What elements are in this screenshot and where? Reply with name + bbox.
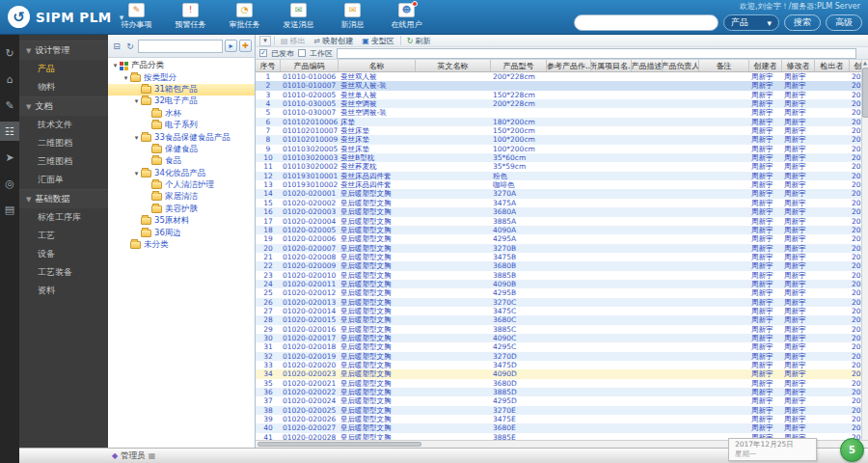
table-row[interactable]: 2201020-020009皇后暖塑型文胸3680B周新宇周新宇2017-1 <box>256 261 861 270</box>
cell-name[interactable]: 蚕丝床垫 <box>339 135 416 144</box>
tree-caret-icon[interactable]: ▾ <box>132 134 141 142</box>
cell-name[interactable]: 皇后暖塑型文胸 <box>339 217 416 226</box>
cell-modifier[interactable]: 周新宇 <box>782 315 815 324</box>
tree-node[interactable]: ▾按类型分 <box>108 71 255 83</box>
cell-modifier[interactable]: 周新宇 <box>782 226 815 234</box>
tree-node[interactable]: 电子系列 <box>108 120 255 131</box>
cell-name[interactable]: 皇后暖塑型文胸 <box>339 315 416 324</box>
table-row[interactable]: 2401020-020011皇后暖塑型文胸4090B周新宇周新宇2017-1 <box>256 280 861 288</box>
table-row[interactable]: 3401020-020023皇后暖塑型文胸4090D周新宇周新宇2017-1 <box>256 369 861 378</box>
horizontal-scrollbar-thumb[interactable] <box>258 442 421 447</box>
table-row[interactable]: 4001020-020027皇后暖塑型文胸3680E周新宇周新宇2017-1 <box>256 423 861 432</box>
column-header-n[interactable]: 序号 <box>256 60 281 71</box>
tree-node[interactable]: ▾32电子产品 <box>108 95 255 107</box>
tree-add-button[interactable]: ✚ <box>239 40 252 52</box>
table-row[interactable]: 8010102010009蚕丝床垫100*200cm周新宇周新宇2017-1 <box>256 135 861 144</box>
cell-creator[interactable]: 周新宇 <box>749 126 782 135</box>
table-filter-input[interactable] <box>337 48 856 59</box>
移出-button[interactable]: ▤移出 <box>278 35 309 46</box>
cell-name[interactable]: 蚕丝空调被-装 <box>339 108 416 117</box>
cell-creator[interactable]: 周新宇 <box>749 145 782 153</box>
column-header-ref[interactable]: 参考产品作.. <box>547 60 591 71</box>
topnav-item[interactable]: !预警任务 <box>168 3 213 30</box>
menu-section-header[interactable]: ▼文档 <box>19 96 108 116</box>
cell-modifier[interactable]: 周新宇 <box>782 406 815 415</box>
cell-creator[interactable]: 周新宇 <box>749 298 782 307</box>
table-row[interactable]: 2701020-020014皇后暖塑型文胸3475C周新宇周新宇2017-1 <box>256 307 861 315</box>
table-row[interactable]: 1601020-020003皇后暖塑型文胸3680A周新宇周新宇2017-1 <box>256 207 861 216</box>
tree-node[interactable]: ▾产品分类 <box>108 60 255 71</box>
tree-caret-icon[interactable]: ▾ <box>122 74 130 82</box>
cell-name[interactable]: 皇后暖塑型文胸 <box>339 280 416 288</box>
cell-name[interactable]: 皇后暖塑型文胸 <box>339 433 416 440</box>
cell-creator[interactable]: 周新宇 <box>749 217 782 226</box>
table-row[interactable]: 2901020-020016皇后暖塑型文胸3885C周新宇周新宇2017-1 <box>256 325 861 334</box>
search-category-select[interactable]: 产品 ▾ <box>723 14 779 31</box>
table-row[interactable]: 1401020-020001皇后暖塑型文胸3270A周新宇周新宇2017-1 <box>256 189 861 198</box>
cell-modifier[interactable]: 周新宇 <box>782 342 815 351</box>
book-icon[interactable]: ▤ <box>0 200 19 219</box>
cell-name[interactable]: 蚕丝空调被 <box>339 99 416 108</box>
send-icon[interactable]: ➤ <box>0 148 19 167</box>
cell-name[interactable]: 蚕丝双人被-装 <box>339 81 416 90</box>
cell-modifier[interactable]: 周新宇 <box>782 108 815 117</box>
table-row[interactable]: 1801020-020005皇后暖塑型文胸4090A周新宇周新宇2017-1 <box>256 226 861 234</box>
table-row[interactable]: 101010-010006蚕丝双人被200*228cm周新宇周新宇2017-1 <box>256 72 861 81</box>
column-header-modifier[interactable]: 修改者 <box>782 60 815 71</box>
cell-modifier[interactable]: 周新宇 <box>782 253 815 261</box>
映射创建-button[interactable]: ⇄映射创建 <box>312 35 357 46</box>
table-row[interactable]: 6010102010006床垫180*200cm周新宇周新宇2017-1 <box>256 118 861 126</box>
cell-modifier[interactable]: 周新宇 <box>782 118 815 126</box>
tree-node[interactable]: 美容护肤 <box>108 204 255 215</box>
cell-modifier[interactable]: 周新宇 <box>782 261 815 270</box>
cell-modifier[interactable]: 周新宇 <box>782 135 815 144</box>
cell-name[interactable]: 皇后暖塑型文胸 <box>339 342 416 351</box>
column-header-desc[interactable]: 产品描述 <box>632 60 663 71</box>
cell-name[interactable]: 皇后暖塑型文胸 <box>339 325 416 334</box>
cell-modifier[interactable]: 周新宇 <box>782 126 815 135</box>
cell-modifier[interactable]: 周新宇 <box>782 217 815 226</box>
cell-creator[interactable]: 周新宇 <box>749 415 782 423</box>
cell-modifier[interactable]: 周新宇 <box>782 288 815 297</box>
table-row[interactable]: 3901020-020026皇后暖塑型文胸3475E周新宇周新宇2017-1 <box>256 415 861 423</box>
cell-modifier[interactable]: 周新宇 <box>782 180 815 189</box>
column-header-checkout[interactable]: 检出者 <box>815 60 850 71</box>
cell-modifier[interactable]: 周新宇 <box>782 325 815 334</box>
column-header-owner[interactable]: 产品负责人 <box>663 60 699 71</box>
column-header-code[interactable]: 产品编码 <box>281 60 339 71</box>
topnav-item[interactable]: ✎待办事项 <box>114 3 159 30</box>
cell-name[interactable]: 蚕丝床品四件套 <box>339 172 416 180</box>
column-header-model[interactable]: 产品型号 <box>491 60 547 71</box>
column-header-note[interactable]: 备注 <box>699 60 749 71</box>
cell-creator[interactable]: 周新宇 <box>749 288 782 297</box>
cell-creator[interactable]: 周新宇 <box>749 388 782 396</box>
cell-name[interactable]: 皇后暖塑型文胸 <box>339 207 416 216</box>
cell-creator[interactable]: 周新宇 <box>749 81 782 90</box>
cell-creator[interactable]: 周新宇 <box>749 271 782 280</box>
table-row[interactable]: 11010103020002蚕丝荞麦枕35*59cm周新宇周新宇2017-1 <box>256 162 861 171</box>
table-row[interactable]: 201010-010007蚕丝双人被-装周新宇周新宇2017-1 <box>256 81 861 90</box>
cell-creator[interactable]: 周新宇 <box>749 352 782 361</box>
cell-modifier[interactable]: 周新宇 <box>782 244 815 253</box>
menu-item-物料[interactable]: 物料 <box>19 78 108 96</box>
cell-creator[interactable]: 周新宇 <box>749 135 782 144</box>
menu-item-技术文件[interactable]: 技术文件 <box>19 116 108 134</box>
topnav-item[interactable]: ✉新消息 <box>330 3 375 30</box>
cell-creator[interactable]: 周新宇 <box>749 172 782 180</box>
cell-name[interactable]: 蚕丝荞麦枕 <box>339 162 416 171</box>
cell-creator[interactable]: 周新宇 <box>749 369 782 378</box>
table-row[interactable]: 1901020-020006皇后暖塑型文胸4295A周新宇周新宇2017-1 <box>256 234 861 243</box>
cell-creator[interactable]: 周新宇 <box>749 334 782 342</box>
cell-modifier[interactable]: 周新宇 <box>782 81 815 90</box>
cell-name[interactable]: 皇后暖塑型文胸 <box>339 226 416 234</box>
cell-creator[interactable]: 周新宇 <box>749 199 782 207</box>
cell-name[interactable]: 蚕丝B型枕 <box>339 153 416 162</box>
table-row[interactable]: 13010193010002蚕丝床品四件套咖啡色周新宇周新宇2017-1 <box>256 180 861 189</box>
cell-creator[interactable]: 周新宇 <box>749 315 782 324</box>
cell-modifier[interactable]: 周新宇 <box>782 271 815 280</box>
toolbar-dropdown-caret[interactable]: ▾ <box>259 36 271 46</box>
cell-modifier[interactable]: 周新宇 <box>782 369 815 378</box>
cell-creator[interactable]: 周新宇 <box>749 406 782 415</box>
menu-item-资料[interactable]: 资料 <box>19 282 108 300</box>
cell-name[interactable]: 皇后暖塑型文胸 <box>339 244 416 253</box>
